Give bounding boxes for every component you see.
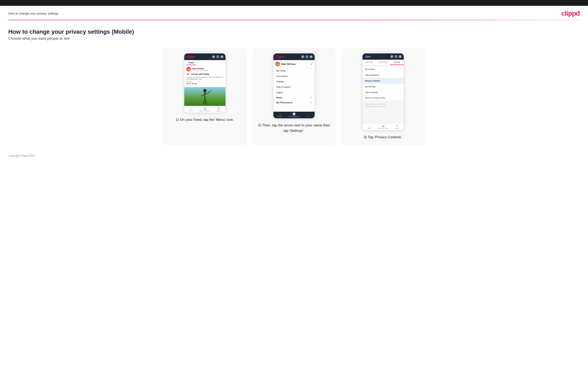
- header-title: How to change your privacy settings: [8, 12, 59, 15]
- user-icon-2: 👤: [305, 55, 308, 58]
- menu-item-myprofile: My Profile: [273, 68, 315, 74]
- page-subheading: Choose what you want people to see: [8, 36, 580, 41]
- phone-feed-icons: 🔍 👤 ⚙: [212, 55, 223, 58]
- menu-performance-label: My Performance: [276, 101, 293, 104]
- svg-line-5: [203, 100, 205, 105]
- steps-container: clippd 🔍 👤 ⚙ Feed BM Blair: [8, 48, 580, 145]
- lesson-row: 🎯 Lesson with Fordy: [186, 72, 223, 76]
- step-3-description: 3) Tap 'Privacy Controls'.: [364, 134, 403, 140]
- nav-home: ⌂ Home: [184, 107, 198, 112]
- back-label: Back: [366, 56, 370, 58]
- search-icon-3: 🔍: [390, 55, 393, 58]
- logo: clippd: [561, 9, 580, 17]
- data-integrations-label: Data Integrations: [365, 74, 379, 76]
- svg-line-3: [209, 90, 211, 92]
- back-arrow-icon: ‹: [365, 56, 365, 58]
- menu-home-label: Home: [276, 96, 282, 99]
- nav-menu: ☰ Menu: [212, 107, 225, 112]
- lesson-icon: 🎯: [186, 72, 190, 76]
- chevron-right-account-icon: ›: [401, 68, 401, 70]
- phone-mockup-settings: ‹ Back 🔍 👤 ⚙ My Profile Connections Sett…: [362, 53, 404, 130]
- post-avatar: BM: [186, 67, 191, 72]
- menu-item-helpsupport: Help & Support ↗: [273, 84, 315, 90]
- main-content: How to change your privacy settings (Mob…: [0, 20, 588, 149]
- external-icon-3: ↗: [400, 97, 401, 99]
- close-icon: ✕: [307, 113, 309, 115]
- settings-tabs: My Profile Connections Settings: [363, 60, 404, 65]
- header: How to change your privacy settings clip…: [0, 6, 588, 20]
- menu-settings-label: Settings: [276, 81, 284, 83]
- lesson-desc: Looking to feel like my hands are exitin…: [186, 76, 223, 80]
- home-icon: ⌂: [190, 107, 192, 109]
- menu-icon-3: ☰: [396, 125, 398, 127]
- settings-icon: ⚙: [221, 55, 223, 58]
- privacy-controls-label: Privacy Controls: [365, 80, 380, 82]
- post-username: Blair McHarg: [192, 67, 208, 70]
- step-2-description: 2) Then, tap the arrow next to your name…: [257, 123, 331, 133]
- phone-feed-topbar: clippd 🔍 👤 ⚙: [184, 53, 225, 60]
- tab-connections: Connections: [376, 60, 390, 65]
- version-server: GQL Server Version: 2022.7.30-1: [365, 106, 387, 107]
- golf-bag-label: My Golf Bag: [365, 86, 375, 88]
- menu-username: Blair McHarg: [281, 63, 295, 65]
- tab-settings: Settings: [390, 60, 404, 65]
- post-date: Yesterday · Sunningdale: [192, 70, 208, 71]
- phone-feed-bottom-nav: ⌂ Home 📊 My Performance ☰ Menu: [184, 106, 225, 113]
- step-3-card: ‹ Back 🔍 👤 ⚙ My Profile Connections Sett…: [341, 48, 425, 145]
- nav-performance-label-3: My Performance: [378, 128, 388, 129]
- nav-close-label: Menu: [306, 116, 310, 117]
- svg-point-0: [203, 89, 207, 92]
- menu-connections-label: Connections: [276, 75, 288, 77]
- settings-item-privacy-controls: Privacy Controls ›: [363, 78, 404, 84]
- svg-line-4: [201, 94, 205, 96]
- performance-icon: 📊: [203, 107, 206, 110]
- phone-menu-bottom-nav: ⌂ Home 📊 My Performance ✕ Menu: [273, 111, 315, 118]
- lesson-title: Lesson with Fordy: [191, 73, 209, 75]
- footer: Copyright Clippd 2022: [0, 149, 588, 160]
- phone-feed-logo: clippd: [186, 55, 195, 58]
- settings-item-data-integrations: Data Integrations ›: [363, 72, 404, 78]
- nav-performance-2: 📊 My Performance: [287, 113, 301, 117]
- settings-icon-3: ⚙: [399, 55, 402, 58]
- post-user-info: Blair McHarg Yesterday · Sunningdale: [192, 67, 208, 71]
- menu-section-performance: My Performance ∨: [273, 100, 315, 105]
- settings-list: My Account › Data Integrations › Privacy…: [363, 65, 404, 123]
- settings-item-help-support: Help & Support ↗: [363, 90, 404, 95]
- golfer-image: [184, 87, 225, 106]
- chevron-right-privacy-icon: ›: [401, 80, 401, 82]
- nav-performance-label: My Performance: [199, 110, 210, 112]
- nav-home-label-2: Home: [278, 116, 282, 117]
- phone-mockup-feed: clippd 🔍 👤 ⚙ Feed BM Blair: [184, 53, 226, 113]
- nav-close: ✕ Menu: [301, 113, 315, 117]
- settings-item-myaccount: My Account ›: [363, 66, 404, 72]
- svg-line-2: [205, 92, 209, 94]
- search-icon: 🔍: [212, 55, 215, 58]
- feed-post: BM Blair McHarg Yesterday · Sunningdale …: [184, 65, 225, 87]
- home-icon-3: ⌂: [369, 125, 370, 127]
- myaccount-label: My Account: [365, 68, 375, 70]
- settings-version: Clippd Client Version: 2022.8.3-3 GQL Se…: [363, 101, 404, 109]
- back-button: ‹ Back: [365, 56, 371, 58]
- menu-section-home: Home ∨: [273, 95, 315, 100]
- nav-performance-label-2: My Performance: [289, 116, 299, 117]
- menu-spacer: [273, 105, 315, 111]
- svg-line-6: [205, 100, 206, 105]
- settings-back-bar: ‹ Back 🔍 👤 ⚙: [363, 53, 404, 60]
- phone-menu-icons: 🔍 👤 ⚙: [301, 55, 312, 58]
- menu-item-settings: Settings: [273, 79, 315, 84]
- top-bar: [0, 0, 588, 6]
- performance-icon-3: 📊: [382, 125, 385, 127]
- chevron-down-perf-icon: ∨: [310, 101, 312, 104]
- chevron-up-icon: ∧: [311, 63, 312, 66]
- page-heading: How to change your privacy settings (Mob…: [8, 28, 580, 35]
- settings-header-icons: 🔍 👤 ⚙: [390, 55, 402, 58]
- service-privacy-label: Service & Privacy Policy: [365, 97, 385, 99]
- nav-home-label-3: Home: [367, 127, 372, 129]
- step-1-card: clippd 🔍 👤 ⚙ Feed BM Blair: [163, 48, 247, 145]
- lesson-duration: Duration01 hr : 30 min: [186, 81, 223, 85]
- version-client: Clippd Client Version: 2022.8.3-3: [365, 103, 386, 105]
- step-2-card: clippd 🔍 👤 ⚙ BM Blair McHarg ∧: [252, 48, 336, 145]
- home-icon-2: ⌂: [280, 113, 281, 115]
- external-icon-2: ↗: [400, 92, 401, 93]
- user-icon: 👤: [216, 55, 219, 58]
